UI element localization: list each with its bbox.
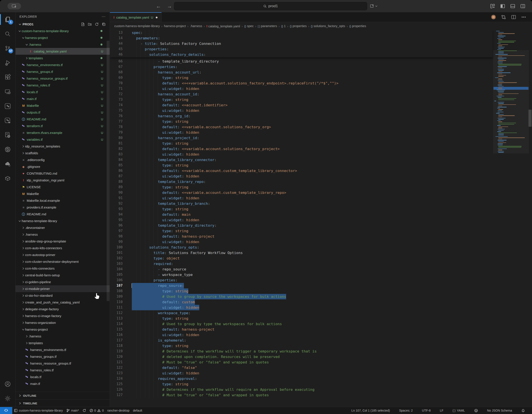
tree-item-Makefile[interactable]: MMakefile [16,190,110,197]
tree-item-templates[interactable]: templates [16,340,110,346]
tree-item-.harness[interactable]: .harness [16,231,110,238]
tree-item-ci-golden-pipeline[interactable]: ci-golden-pipeline [16,279,110,285]
activity-cloud-tools[interactable] [0,157,15,171]
tree-item-locals.tf[interactable]: locals.tf [16,374,110,380]
status-json-schema[interactable]: No JSON Schema [485,407,514,414]
tree-item-harness-project[interactable]: harness-project [16,326,110,333]
status-cursor-position[interactable]: Ln 107, Col 1 (185 selected) [350,407,392,414]
tree-item-catalog_template.yaml[interactable]: !catalog_template.yamlU [16,48,110,55]
workspace-root-row[interactable]: PROD1 [16,21,110,28]
tree-item-harness_groups.tf[interactable]: harness_groups.tf [16,353,110,360]
activity-infracost[interactable] [0,128,15,142]
tree-item-harness_roles.tf[interactable]: harness_roles.tf [16,367,110,374]
tree-item-idp_resource_templates[interactable]: idp_resource_templates [16,143,110,150]
activity-accounts[interactable] [0,377,15,391]
breadcrumb-item[interactable]: harness-project [164,24,186,28]
screen-share-button[interactable] [8,3,21,9]
status-encoding[interactable]: UTF-8 [420,407,432,414]
tree-item-ccm-k8s-connectors[interactable]: ccm-k8s-connectors [16,265,110,272]
status-feedback[interactable] [473,407,480,414]
panel-timeline[interactable]: TIMELINE [16,399,110,407]
panel-left-icon[interactable] [500,3,505,9]
breadcrumb-item[interactable]: custom-harness-template-library [114,24,160,28]
activity-terraform[interactable] [0,99,15,113]
split-icon[interactable] [511,14,516,20]
tree-item-ci-module-primer[interactable]: ci-module-primer [16,285,110,292]
tree-item-Makefile[interactable]: MMakefileU [16,102,110,109]
status-notifications[interactable] [520,407,527,414]
tree-item-ccm-auto-k8s-connectors[interactable]: ccm-auto-k8s-connectors [16,245,110,251]
activity-remote-explorer[interactable] [0,85,15,99]
open-remote-window-button[interactable] [370,3,377,10]
forward-button[interactable]: → [167,3,172,9]
status-eol[interactable]: LF [438,407,445,414]
tree-item-harness_environments.tf[interactable]: harness_environments.tfU [16,61,110,68]
tree-item-.devcontainer[interactable]: .devcontainer [16,224,110,231]
tree-item-variables.tf[interactable]: variables.tfU [16,136,110,143]
activity-run-debug[interactable] [0,56,15,70]
new-file-icon[interactable] [81,22,85,26]
breadcrumb-item[interactable]: {} properties [290,24,307,28]
minimap[interactable] [494,31,528,167]
panel-bottom-icon[interactable] [510,3,515,9]
tree-item-ccm-autostop-primer[interactable]: ccm-autostop-primer [16,251,110,258]
status-problems[interactable]: 00 [88,407,106,414]
tree-item-harness_groups.tf[interactable]: harness_groups.tfU [16,68,110,75]
tree-item-central-build-farm-setup[interactable]: central-build-farm-setup [16,272,110,279]
tree-item-main.tf[interactable]: main.tfU [16,95,110,102]
back-button[interactable]: ← [156,3,161,9]
status-profile[interactable]: default [131,407,144,414]
activity-extensions[interactable] [0,70,15,85]
status-indentation[interactable]: Spaces: 2 [397,407,414,414]
sidebar-scrollbar[interactable] [107,41,109,301]
tree-item-Makefile.local.example[interactable]: ≡Makefile.local.example [16,197,110,204]
modified-dot-icon[interactable]: ● [155,15,158,20]
code-area[interactable]: 13spec:14 parameters:44 - title: Solutio… [110,30,532,407]
breadcrumb-item[interactable]: .harness [190,24,202,28]
tree-item-harness-organization[interactable]: harness-organization [16,319,110,326]
tree-item-.editorconfig[interactable]: ≡.editorconfig [16,156,110,163]
status-language-mode[interactable]: { }YAML [451,407,466,414]
tree-item-harness_environments.tf[interactable]: harness_environments.tf [16,346,110,353]
compare-icon[interactable] [501,14,506,20]
tree-item-CONTRIBUTING.md[interactable]: ♥CONTRIBUTING.md [16,170,110,177]
panel-outline[interactable]: OUTLINE [16,392,110,399]
tree-item-terraform.tfvars.example[interactable]: ≡terraform.tfvars.exampleU [16,129,110,136]
activity-kubernetes[interactable] [0,142,15,157]
activity-containers[interactable] [0,171,15,186]
breadcrumb-item[interactable]: {} properties [349,24,366,28]
activity-settings[interactable] [0,391,15,406]
tree-item-.harness[interactable]: .harness [16,333,110,340]
tree-item-ci-sto-hcr-standard[interactable]: ci-sto-hcr-standard [16,292,110,299]
tree-item-harness-template-library[interactable]: harness-template-library [16,217,110,224]
collapse-all-icon[interactable] [102,22,106,26]
breadcrumb-item[interactable]: {} 1 [281,24,285,28]
tree-item-create_and_push_new_catalog_yaml[interactable]: create_and_push_new_catalog_yaml [16,299,110,306]
tree-item-README.md[interactable]: README.md [16,211,110,217]
activity-search[interactable] [0,27,15,41]
tree-item-.gitignore[interactable]: ◆.gitignore [16,163,110,170]
tree-item-README.md[interactable]: README.mdU [16,116,110,122]
breadcrumb-item[interactable]: {} spec [244,24,254,28]
tree-item-.harness[interactable]: .harness [16,41,110,48]
tree-item-harness_resource_groups.tf[interactable]: harness_resource_groups.tf [16,360,110,367]
status-git-branch[interactable]: main* [65,407,81,414]
tree-item-ansible-step-group-template[interactable]: ansible-step-group-template [16,238,110,245]
status-rancher[interactable]: rancher-desktop [105,407,131,414]
remote-indicator[interactable] [0,407,12,414]
starburst-icon[interactable] [491,14,496,20]
tree-item-scaffolds[interactable]: scaffolds [16,150,110,156]
explorer-more-actions-icon[interactable]: ⋯ [102,14,106,19]
tree-item-outputs.tf[interactable]: outputs.tfU [16,109,110,116]
tree-item-custom-harness-template-library[interactable]: custom-harness-template-library [16,28,110,34]
tree-item-locals.tf[interactable]: locals.tfU [16,89,110,95]
tab-catalog-template-yaml[interactable]: ! catalog_template.yaml U ● [110,12,162,22]
breadcrumb-item[interactable]: [ ] parameters [258,24,277,28]
tree-item-harness_resource_groups.tf[interactable]: harness_resource_groups.tfU [16,75,110,82]
breadcrumb-item[interactable]: {} solutions_factory_opts [311,24,345,28]
activity-terraform-cloud[interactable] [0,113,15,128]
activity-source-control[interactable]: 57 [0,41,15,56]
layout-grid-icon[interactable] [490,3,495,9]
tree-item-harness-ci-image-factory[interactable]: harness-ci-image-factory [16,312,110,319]
tree-item-main.tf[interactable]: main.tf [16,380,110,387]
